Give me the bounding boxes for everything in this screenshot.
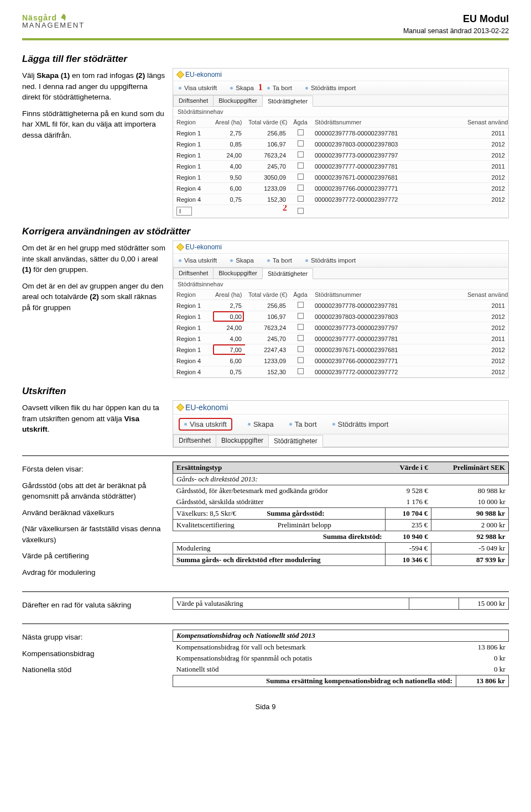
- app-tabs: Driftsenhet Blockuppgifter Stödrättighet…: [173, 95, 508, 107]
- toolbar-visa-utskrift[interactable]: Visa utskrift: [179, 257, 217, 264]
- tab-stodrattigheter[interactable]: Stödrättigheter: [262, 268, 313, 279]
- table-row[interactable]: Region 14,00245,70000002397777-000002397…: [173, 161, 508, 172]
- checkbox-icon[interactable]: [298, 140, 304, 146]
- tab-blockuppgifter[interactable]: Blockuppgifter: [213, 95, 263, 106]
- tab-driftsenhet[interactable]: Driftsenhet: [173, 268, 214, 279]
- table-row[interactable]: Region 46,001233,09000002397766-00000239…: [173, 183, 508, 194]
- section5-text: Därefter en rad för valuta säkring: [22, 598, 166, 616]
- checkbox-icon[interactable]: [298, 129, 304, 135]
- app-icon: [176, 71, 184, 78]
- tab-stodrattigheter[interactable]: Stödrättigheter: [262, 96, 313, 107]
- app-title-bar: EU-ekonomi: [173, 69, 508, 81]
- fig1-table: Region Areal (ha) Total värde (€) Ägda S…: [173, 117, 508, 218]
- marker-1: 1: [258, 82, 263, 92]
- toolbar-stodratts-import[interactable]: Stödrätts import: [305, 257, 356, 264]
- checkbox-icon[interactable]: [298, 185, 304, 191]
- toolbar-stodratts-import[interactable]: Stödrätts import: [305, 85, 356, 91]
- app-subhead: Stödrättsinnehav: [173, 107, 508, 117]
- app-icon: [176, 243, 184, 251]
- doc-subtitle: Manual senast ändrad 2013-02-22: [403, 27, 509, 35]
- table-row[interactable]: Region 19,503050,09000002397671-00000239…: [173, 172, 508, 183]
- section2-text: Om det är en hel grupp med stödrätter so…: [22, 240, 166, 318]
- col-region[interactable]: Region: [173, 117, 212, 128]
- section1-title: Lägga till fler stödrätter: [22, 54, 509, 65]
- section6-text: Nästa grupp visar: Kompensationsbidrag N…: [22, 630, 166, 681]
- ersattning-table-3: Kompensationsbidrag och Nationellt stöd …: [173, 630, 509, 687]
- tab-stodrattigheter[interactable]: Stödrättigheter: [268, 435, 323, 447]
- checkbox-icon[interactable]: [298, 302, 304, 308]
- page-footer: Sida 9: [22, 703, 509, 711]
- tab-driftsenhet[interactable]: Driftsenhet: [173, 434, 216, 447]
- page-header: Näsgård MANAGEMENT EU Modul Manual senas…: [22, 13, 509, 40]
- ersattning-table-1: ErsättningstypVärde i €Preliminärt SEK G…: [173, 462, 509, 566]
- ersattning-table-2: Värde på valutasäkring15 000 kr: [173, 598, 509, 610]
- table-row[interactable]: Region 46,001233,09000002397766-00000239…: [173, 355, 508, 366]
- table-row[interactable]: Region 12,75256,85000002397778-000002397…: [173, 128, 508, 139]
- separator: [22, 591, 509, 592]
- figure-1: EU-ekonomi Visa utskrift Skapa 1 Ta bort…: [173, 68, 509, 218]
- table-row[interactable]: Region 10,001106,97000002397803-00000239…: [173, 311, 508, 322]
- toolbar-visa-utskrift[interactable]: Visa utskrift: [179, 85, 217, 91]
- section4-text: Första delen visar: Gårdsstöd (obs att d…: [22, 462, 166, 584]
- figure-3: EU-ekonomi Visa utskrift Skapa Ta bort S…: [173, 400, 509, 448]
- toolbar-visa-utskrift[interactable]: Visa utskrift: [179, 418, 232, 431]
- new-row-input[interactable]: I: [176, 207, 192, 216]
- app-title-bar: EU-ekonomi: [173, 241, 508, 254]
- toolbar-skapa[interactable]: Skapa 1: [230, 85, 254, 91]
- checkbox-icon[interactable]: [298, 346, 304, 352]
- new-row[interactable]: I 2: [173, 205, 508, 218]
- tab-driftsenhet[interactable]: Driftsenhet: [173, 95, 214, 106]
- checkbox-icon[interactable]: [298, 163, 304, 169]
- table-row[interactable]: Region 10,85106,97000002397803-000002397…: [173, 139, 508, 150]
- col-agda[interactable]: Ägda: [289, 117, 311, 128]
- toolbar-stodratts-import[interactable]: Stödrätts import: [332, 418, 389, 431]
- table-row[interactable]: Region 40,75152,30000002397772-000002397…: [173, 366, 508, 378]
- logo: Näsgård MANAGEMENT: [22, 13, 85, 29]
- app-toolbar: Visa utskrift Skapa 1 Ta bort Stödrätts …: [173, 81, 508, 95]
- checkbox-icon[interactable]: [298, 151, 304, 158]
- toolbar-skapa[interactable]: Skapa: [230, 257, 254, 264]
- app-icon: [176, 404, 184, 411]
- tab-blockuppgifter[interactable]: Blockuppgifter: [216, 434, 269, 447]
- fig2-table: Region Areal (ha) Total värde (€) Ägda S…: [173, 290, 508, 378]
- app-title-text: EU-ekonomi: [185, 71, 222, 78]
- checkbox-icon[interactable]: [298, 313, 304, 319]
- section1-text: Välj Skapa (1) en tom rad infogas (2) lä…: [22, 68, 166, 146]
- toolbar-ta-bort[interactable]: Ta bort: [267, 85, 292, 91]
- section2-title: Korrigera användningen av stödrätter: [22, 226, 509, 237]
- table-row[interactable]: Region 124,007623,24000002397773-0000023…: [173, 322, 508, 333]
- toolbar-ta-bort[interactable]: Ta bort: [289, 418, 317, 431]
- col-areal[interactable]: Areal (ha): [212, 117, 245, 128]
- table-row[interactable]: Region 124,007623,24000002397773-0000023…: [173, 150, 508, 161]
- checkbox-icon[interactable]: [298, 335, 304, 341]
- table-row[interactable]: Region 12,75256,85000002397778-000002397…: [173, 300, 508, 311]
- table-row[interactable]: Region 40,75152,30000002397772-000002397…: [173, 194, 508, 205]
- checkbox-icon[interactable]: [298, 196, 304, 202]
- table-row[interactable]: Region 14,00245,70000002397777-000002397…: [173, 333, 508, 344]
- table-row[interactable]: Region 17,002247,432000002397671-0000023…: [173, 344, 508, 355]
- section3-title: Utskriften: [22, 386, 509, 397]
- toolbar-skapa[interactable]: Skapa: [248, 418, 274, 431]
- checkbox-icon[interactable]: [298, 324, 304, 330]
- logo-top-text: Näsgård: [22, 14, 57, 22]
- checkbox-icon[interactable]: [298, 208, 304, 214]
- col-total[interactable]: Total värde (€): [245, 117, 289, 128]
- col-nr[interactable]: Stödrättsnummer: [311, 117, 464, 128]
- separator: [22, 455, 509, 456]
- tab-blockuppgifter[interactable]: Blockuppgifter: [213, 268, 263, 279]
- col-senast[interactable]: Senast använda: [464, 117, 508, 128]
- checkbox-icon[interactable]: [298, 368, 304, 374]
- separator: [22, 624, 509, 624]
- figure-2: EU-ekonomi Visa utskrift Skapa Ta bort S…: [173, 240, 509, 378]
- checkbox-icon[interactable]: [298, 174, 304, 180]
- checkbox-icon[interactable]: [298, 357, 304, 363]
- section3-text: Oavsett vilken flik du har öppen kan du …: [22, 400, 166, 441]
- marker-2: 2: [283, 205, 287, 213]
- logo-bottom-text: MANAGEMENT: [22, 22, 85, 29]
- toolbar-ta-bort[interactable]: Ta bort: [267, 257, 292, 264]
- doc-title: EU Modul: [403, 13, 509, 25]
